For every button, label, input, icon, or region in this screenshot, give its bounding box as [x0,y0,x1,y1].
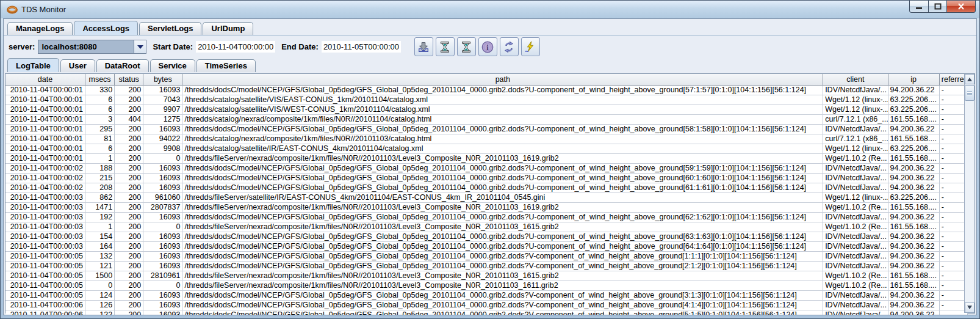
cell-msecs[interactable]: 295 [85,124,114,134]
cell-path[interactable]: /thredds/dodsC/model/NCEP/GFS/Global_0p5… [182,183,823,193]
cell-path[interactable]: /thredds/dodsC/model/NCEP/GFS/Global_0p5… [182,241,823,251]
cell-status[interactable]: 200 [115,173,143,183]
cell-date[interactable]: 2010-11-04T00:00:01 [5,105,85,114]
cell-date[interactable]: 2010-11-04T00:00:06 [5,300,85,310]
cell-date[interactable]: 2010-11-04T00:00:05 [5,261,85,271]
minimize-button[interactable] [909,1,928,13]
table-row[interactable]: 2010-11-04T00:00:0221520016093/thredds/d… [5,173,968,183]
cell-bytes[interactable]: 16093 [143,290,182,300]
cell-referrer[interactable]: - [939,144,967,153]
cell-bytes[interactable]: 16093 [143,261,182,271]
column-header-client[interactable]: client [823,74,888,85]
cell-referrer[interactable]: - [939,134,967,144]
table-row[interactable]: 2010-11-04T00:00:0316420016093/thredds/d… [5,241,968,251]
cell-status[interactable]: 200 [115,124,143,134]
cell-referrer[interactable]: - [939,173,967,183]
cell-client[interactable]: IDV/NetcdfJava/... [823,183,888,193]
cell-ip[interactable]: 63.225.206.... [888,105,939,114]
cell-msecs[interactable]: 6 [85,95,114,105]
cell-msecs[interactable]: 124 [85,290,114,300]
table-row[interactable]: 2010-11-04T00:00:0512420016093/thredds/d… [5,290,968,300]
cell-status[interactable]: 200 [115,212,143,222]
cell-msecs[interactable]: 81 [85,134,114,144]
cell-referrer[interactable]: - [939,232,967,241]
cell-path[interactable]: /thredds/dodsC/model/NCEP/GFS/Global_0p5… [182,251,823,261]
table-row[interactable]: 2010-11-04T00:00:0612220016093/thredds/d… [5,310,968,315]
cell-bytes[interactable]: 16093 [143,212,182,222]
cell-msecs[interactable]: 0 [85,280,114,290]
cell-ip[interactable]: 161.55.168.... [888,280,939,290]
cell-bytes[interactable]: 16093 [143,124,182,134]
cell-referrer[interactable]: - [939,271,967,280]
cell-msecs[interactable]: 122 [85,310,114,315]
cell-client[interactable]: IDV/NetcdfJava/... [823,124,888,134]
table-row[interactable]: 2010-11-04T00:00:018120094022/thredds/ca… [5,134,968,144]
close-button[interactable] [947,1,976,13]
tab-accesslogs[interactable]: AccessLogs [74,21,138,35]
cell-msecs[interactable]: 192 [85,212,114,222]
cell-path[interactable]: /thredds/fileServer/nexrad/composite/1km… [182,202,823,212]
cell-status[interactable]: 200 [115,271,143,280]
cell-path[interactable]: /thredds/catalog/satellite/IR/EAST-CONUS… [182,144,823,153]
column-header-bytes[interactable]: bytes [143,74,182,85]
cell-referrer[interactable]: - [939,222,967,232]
cell-ip[interactable]: 63.225.206.... [888,193,939,202]
stop-button[interactable] [521,37,540,56]
cell-path[interactable]: /thredds/dodsC/model/NCEP/GFS/Global_0p5… [182,290,823,300]
cell-ip[interactable]: 161.55.168.... [888,202,939,212]
cell-bytes[interactable]: 0 [143,153,182,163]
cell-path[interactable]: /thredds/dodsC/model/NCEP/GFS/Global_0p5… [182,261,823,271]
table-row[interactable]: 2010-11-04T00:00:0162009908/thredds/cata… [5,144,968,153]
cell-bytes[interactable]: 16093 [143,163,182,173]
cell-referrer[interactable]: - [939,95,967,105]
table-row[interactable]: 2010-11-04T00:00:0220820016093/thredds/d… [5,183,968,193]
cell-bytes[interactable]: 16093 [143,183,182,193]
cell-date[interactable]: 2010-11-04T00:00:03 [5,232,85,241]
cell-date[interactable]: 2010-11-04T00:00:01 [5,153,85,163]
cell-client[interactable]: IDV/NetcdfJava/... [823,85,888,95]
cell-date[interactable]: 2010-11-04T00:00:01 [5,144,85,153]
cell-msecs[interactable]: 164 [85,241,114,251]
cell-msecs[interactable]: 215 [85,173,114,183]
cell-msecs[interactable]: 154 [85,232,114,241]
cell-referrer[interactable]: - [939,300,967,310]
maximize-button[interactable] [928,1,947,13]
cell-msecs[interactable]: 3 [85,114,114,124]
cell-client[interactable]: IDV/NetcdfJava/... [823,173,888,183]
cell-status[interactable]: 200 [115,202,143,212]
cell-ip[interactable]: 161.55.168.... [888,114,939,124]
cell-date[interactable]: 2010-11-04T00:00:03 [5,241,85,251]
titlebar[interactable]: TDS Monitor [1,1,979,18]
tab-service[interactable]: Service [150,59,195,72]
cell-ip[interactable]: 161.55.168.... [888,134,939,144]
cell-client[interactable]: IDV/NetcdfJava/... [823,310,888,315]
cell-bytes[interactable]: 16093 [143,173,182,183]
cell-referrer[interactable]: - [939,114,967,124]
cell-client[interactable]: Wget/1.10.2 (Re... [823,222,888,232]
cell-referrer[interactable]: - [939,251,967,261]
cell-ip[interactable]: 94.200.36.22 [888,163,939,173]
cell-path[interactable]: /thredds/catalog/nexrad/composite/1km/fi… [182,134,823,144]
cell-client[interactable]: Wget/1.12 (linux-... [823,193,888,202]
table-row[interactable]: 2010-11-04T00:00:0162007043/thredds/cata… [5,95,968,105]
column-header-status[interactable]: status [115,74,143,85]
cell-date[interactable]: 2010-11-04T00:00:01 [5,95,85,105]
cell-path[interactable]: /thredds/dodsC/model/NCEP/GFS/Global_0p5… [182,173,823,183]
table-row[interactable]: 2010-11-04T00:00:0515002002810961/thredd… [5,271,968,280]
cell-bytes[interactable]: 16093 [143,251,182,261]
cell-date[interactable]: 2010-11-04T00:00:01 [5,134,85,144]
cell-bytes[interactable]: 0 [143,280,182,290]
cell-ip[interactable]: 94.200.36.22 [888,212,939,222]
cell-referrer[interactable]: - [939,202,967,212]
tab-logtable[interactable]: LogTable [7,58,59,72]
column-header-msecs[interactable]: msecs [85,74,114,85]
cell-path[interactable]: /thredds/catalog/satellite/VIS/EAST-CONU… [182,95,823,105]
cell-date[interactable]: 2010-11-04T00:00:03 [5,222,85,232]
cell-path[interactable]: /thredds/fileServer/nexrad/composite/1km… [182,280,823,290]
cell-referrer[interactable]: - [939,163,967,173]
cell-date[interactable]: 2010-11-04T00:00:05 [5,290,85,300]
cell-path[interactable]: /thredds/dodsC/model/NCEP/GFS/Global_0p5… [182,85,823,95]
table-row[interactable]: 2010-11-04T00:00:0502000/thredds/fileSer… [5,280,968,290]
cell-client[interactable]: IDV/NetcdfJava/... [823,261,888,271]
cell-referrer[interactable]: - [939,124,967,134]
